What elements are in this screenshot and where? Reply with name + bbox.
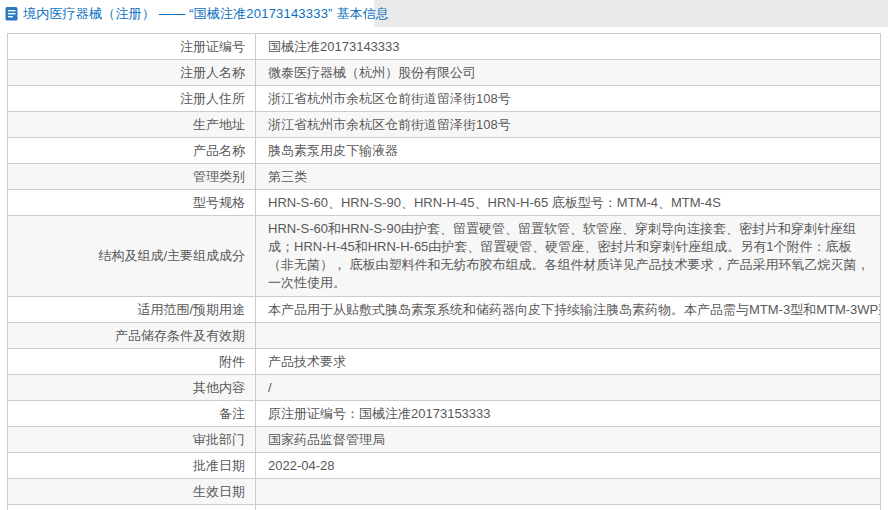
table-row: 备注 原注册证编号：国械注准20173153333 [8,401,881,427]
row-label: 结构及组成/主要组成成分 [8,216,256,297]
row-label: 适用范围/预期用途 [8,297,256,323]
row-value: 2027-09-11 [256,505,881,510]
row-label: 生效日期 [8,479,256,505]
row-value: 浙江省杭州市余杭区仓前街道留泽街108号 [256,112,881,138]
table-row: 生产地址 浙江省杭州市余杭区仓前街道留泽街108号 [8,112,881,138]
row-value: 产品技术要求 [256,349,881,375]
row-label: 注册证编号 [8,34,256,60]
registration-info-table-wrap: 注册证编号 国械注准20173143333 注册人名称 微泰医疗器械（杭州）股份… [7,33,881,510]
table-row: 有效期至 2027-09-11 [8,505,881,510]
table-row: 适用范围/预期用途 本产品用于从贴敷式胰岛素泵系统和储药器向皮下持续输注胰岛素药… [8,297,881,323]
row-value: 原注册证编号：国械注准20173153333 [256,401,881,427]
row-label: 其他内容 [8,375,256,401]
table-row: 产品名称 胰岛素泵用皮下输液器 [8,138,881,164]
row-value [256,479,881,505]
row-label: 注册人住所 [8,86,256,112]
table-row: 管理类别 第三类 [8,164,881,190]
row-label: 审批部门 [8,427,256,453]
row-value: HRN-S-60和HRN-S-90由护套、留置硬管、留置软管、软管座、穿刺导向连… [256,216,881,297]
row-value: 胰岛素泵用皮下输液器 [256,138,881,164]
table-row: 产品储存条件及有效期 [8,323,881,349]
table-row: 生效日期 [8,479,881,505]
row-value: 国械注准20173143333 [256,34,881,60]
table-row: 其他内容 / [8,375,881,401]
table-row: 附件 产品技术要求 [8,349,881,375]
row-label: 型号规格 [8,190,256,216]
row-label: 有效期至 [8,505,256,510]
row-label: 备注 [8,401,256,427]
table-row: 型号规格 HRN-S-60、HRN-S-90、HRN-H-45、HRN-H-65… [8,190,881,216]
row-label: 生产地址 [8,112,256,138]
row-label: 产品名称 [8,138,256,164]
table-row: 审批部门 国家药品监督管理局 [8,427,881,453]
row-value: 国家药品监督管理局 [256,427,881,453]
registration-info-table: 注册证编号 国械注准20173143333 注册人名称 微泰医疗器械（杭州）股份… [7,33,881,510]
row-label: 管理类别 [8,164,256,190]
table-row: 批准日期 2022-04-28 [8,453,881,479]
row-value [256,323,881,349]
row-value: 微泰医疗器械（杭州）股份有限公司 [256,60,881,86]
title-bar: 境内医疗器械（注册） —— “国械注准20173143333” 基本信息 [0,0,374,27]
table-row: 注册证编号 国械注准20173143333 [8,34,881,60]
row-value: / [256,375,881,401]
table-row: 结构及组成/主要组成成分 HRN-S-60和HRN-S-90由护套、留置硬管、留… [8,216,881,297]
row-value: 2022-04-28 [256,453,881,479]
row-value: 浙江省杭州市余杭区仓前街道留泽街108号 [256,86,881,112]
row-label: 注册人名称 [8,60,256,86]
table-row: 注册人名称 微泰医疗器械（杭州）股份有限公司 [8,60,881,86]
document-icon [5,6,18,21]
row-value: 本产品用于从贴敷式胰岛素泵系统和储药器向皮下持续输注胰岛素药物。本产品需与MTM… [256,297,881,323]
row-label: 批准日期 [8,453,256,479]
row-value: 第三类 [256,164,881,190]
page-title: 境内医疗器械（注册） —— “国械注准20173143333” 基本信息 [23,5,389,23]
row-label: 附件 [8,349,256,375]
info-table-body: 注册证编号 国械注准20173143333 注册人名称 微泰医疗器械（杭州）股份… [8,34,881,510]
row-value: HRN-S-60、HRN-S-90、HRN-H-45、HRN-H-65 底板型号… [256,190,881,216]
row-label: 产品储存条件及有效期 [8,323,256,349]
table-row: 注册人住所 浙江省杭州市余杭区仓前街道留泽街108号 [8,86,881,112]
